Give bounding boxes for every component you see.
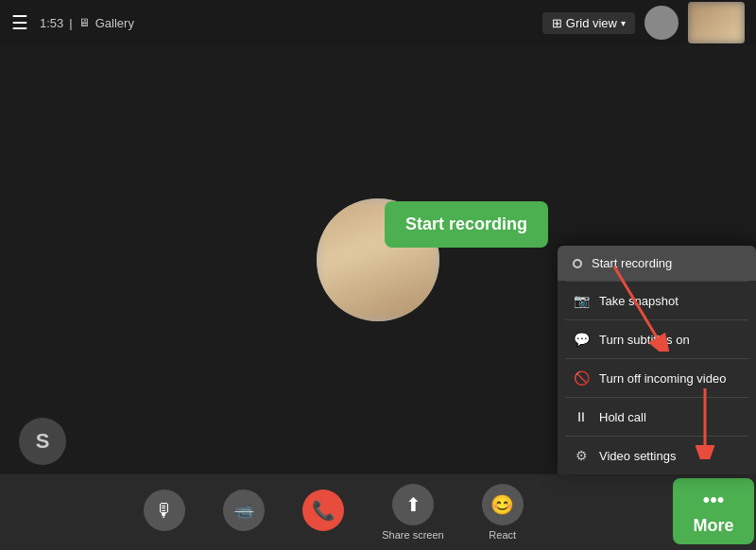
hamburger-icon[interactable]: ☰	[11, 11, 28, 34]
menu-item-hold-call[interactable]: ⏸ Hold call	[558, 398, 756, 436]
separator: |	[69, 16, 72, 30]
video-icon: 📹	[223, 490, 265, 531]
mic-button[interactable]: 🎙	[129, 484, 200, 541]
subtitles-icon: 💬	[573, 331, 590, 348]
share-screen-label: Share screen	[382, 529, 443, 541]
participant-thumbnail	[688, 2, 745, 43]
menu-item-video-settings[interactable]: ⚙ Video settings	[558, 437, 756, 474]
menu-item-subtitles-label: Turn subtitles on	[599, 333, 690, 347]
start-recording-tooltip-text: Start recording	[405, 215, 527, 233]
react-icon: 😊	[482, 484, 524, 525]
video-button[interactable]: 📹	[208, 484, 280, 541]
hold-call-icon: ⏸	[573, 408, 590, 425]
react-label: React	[489, 529, 516, 541]
more-button-label: More	[693, 516, 733, 536]
start-recording-tooltip: Start recording	[385, 201, 548, 248]
menu-item-take-snapshot-label: Take snapshot	[599, 294, 679, 308]
user-avatar[interactable]	[644, 6, 679, 40]
call-time: 1:53	[40, 16, 63, 30]
menu-item-start-recording-label: Start recording	[592, 256, 672, 270]
grid-view-button[interactable]: ⊞ Grid view ▾	[542, 12, 635, 34]
grid-view-label: Grid view	[566, 16, 617, 30]
more-button[interactable]: ••• More	[673, 478, 754, 544]
incoming-video-icon: 🚫	[573, 370, 590, 387]
menu-item-subtitles[interactable]: 💬 Turn subtitles on	[558, 320, 756, 358]
top-bar: ☰ 1:53 | 🖥 Gallery ⊞ Grid view ▾	[0, 0, 756, 45]
menu-item-hold-call-label: Hold call	[599, 410, 646, 424]
more-icon-base: •••	[566, 484, 608, 525]
menu-item-start-recording[interactable]: Start recording	[558, 246, 756, 281]
end-call-icon: 📞	[302, 490, 344, 531]
screen-share-icon: 🖥	[78, 16, 90, 29]
share-screen-icon: ⬆	[392, 484, 434, 525]
view-mode-label: Gallery	[95, 16, 134, 30]
react-button[interactable]: 😊 React	[467, 478, 539, 546]
menu-item-video-settings-label: Video settings	[599, 449, 676, 463]
mic-icon: 🎙	[144, 490, 185, 531]
menu-item-take-snapshot[interactable]: 📷 Take snapshot	[558, 282, 756, 319]
call-info: 1:53 | 🖥 Gallery	[40, 16, 134, 30]
more-dots-icon: •••	[702, 488, 724, 512]
chevron-down-icon: ▾	[621, 18, 626, 28]
more-label-base: More	[575, 529, 598, 541]
end-call-button[interactable]: 📞	[287, 484, 359, 541]
top-bar-right: ⊞ Grid view ▾	[542, 2, 745, 43]
share-screen-button[interactable]: ⬆ Share screen	[367, 478, 458, 546]
context-menu: Start recording 📷 Take snapshot 💬 Turn s…	[558, 246, 756, 474]
menu-item-incoming-video[interactable]: 🚫 Turn off incoming video	[558, 359, 756, 397]
skype-placeholder: S	[19, 418, 66, 465]
bottom-toolbar: 🎙 📹 📞 ⬆ Share screen 😊 React ••• More	[0, 474, 756, 550]
menu-item-incoming-video-label: Turn off incoming video	[599, 371, 726, 386]
start-recording-icon	[573, 259, 582, 268]
grid-icon: ⊞	[552, 16, 562, 30]
take-snapshot-icon: 📷	[573, 292, 590, 309]
video-settings-icon: ⚙	[573, 447, 590, 464]
top-bar-left: ☰ 1:53 | 🖥 Gallery	[11, 11, 134, 34]
skype-letter: S	[36, 429, 50, 454]
